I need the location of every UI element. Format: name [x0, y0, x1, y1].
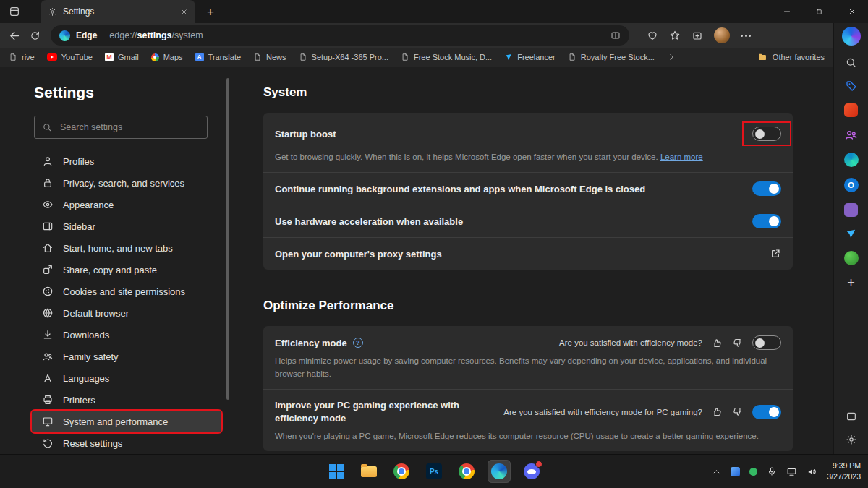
browser-tab-settings[interactable]: Settings — [41, 0, 195, 23]
outlook-icon[interactable]: O — [844, 178, 859, 192]
profile-avatar[interactable] — [714, 27, 730, 43]
back-icon[interactable] — [9, 30, 21, 42]
external-link-icon[interactable] — [770, 248, 781, 260]
tray-status-icon[interactable] — [749, 468, 757, 476]
games-icon[interactable] — [844, 153, 859, 167]
browser-essentials-icon[interactable] — [647, 30, 658, 41]
thumbs-down-icon[interactable] — [732, 338, 743, 348]
more-menu-icon[interactable] — [741, 35, 751, 37]
efficiency-mode-toggle[interactable] — [752, 335, 781, 350]
split-screen-icon[interactable] — [610, 30, 621, 40]
discord-button[interactable] — [520, 460, 543, 483]
search-input[interactable] — [59, 121, 200, 133]
sidebar-search-icon[interactable] — [845, 56, 857, 69]
sidebar-item-reset-settings[interactable]: Reset settings — [32, 432, 221, 454]
favorite-item[interactable]: Setup-X64 -365 Pro... — [299, 53, 388, 61]
favorite-item[interactable]: News — [253, 53, 286, 61]
drop-icon[interactable] — [845, 228, 857, 240]
start-button[interactable] — [325, 460, 348, 483]
thumbs-up-icon[interactable] — [712, 406, 723, 417]
other-favorites-button[interactable]: Other favorites — [752, 52, 825, 62]
favorite-item[interactable]: Maps — [151, 53, 183, 61]
share-icon — [42, 264, 54, 275]
tools-icon[interactable] — [844, 103, 858, 117]
edge-button-active[interactable] — [488, 460, 511, 483]
collections-icon[interactable] — [692, 30, 703, 41]
background-apps-toggle[interactable] — [752, 181, 781, 196]
sidebar-item-default-browser[interactable]: Default browser — [32, 302, 221, 324]
new-tab-button[interactable]: + — [207, 6, 214, 18]
favorite-item[interactable]: YouTube — [47, 53, 93, 61]
tray-blue-app-icon[interactable] — [731, 467, 740, 476]
url-text: edge://settings/system — [109, 30, 203, 40]
planner-icon[interactable] — [844, 203, 858, 217]
sidebar-item-profiles[interactable]: Profiles — [32, 150, 221, 172]
settings-nav-list: Profiles Privacy, search, and services A… — [32, 150, 221, 454]
hardware-acceleration-toggle[interactable] — [752, 214, 781, 228]
startup-boost-toggle[interactable] — [752, 127, 781, 141]
address-bar[interactable]: Edge edge://settings/system — [51, 25, 629, 46]
thumbs-up-icon[interactable] — [712, 338, 723, 348]
sidebar-item-privacy[interactable]: Privacy, search, and services — [32, 172, 221, 194]
page-favicon-icon — [253, 53, 262, 61]
close-button[interactable] — [835, 0, 868, 23]
tray-display-icon[interactable] — [786, 466, 797, 477]
add-sidebar-app-icon[interactable]: + — [847, 276, 855, 289]
learn-more-link[interactable]: Learn more — [660, 153, 703, 161]
help-icon[interactable]: ? — [353, 338, 363, 348]
shopping-icon[interactable] — [845, 80, 858, 93]
sidebar-item-system-performance[interactable]: System and performance — [32, 411, 221, 432]
tray-microphone-icon[interactable] — [767, 466, 777, 476]
customize-sidebar-icon[interactable] — [846, 411, 857, 422]
maximize-button[interactable] — [803, 0, 835, 23]
tray-volume-icon[interactable] — [807, 466, 817, 477]
favorite-label: News — [266, 53, 286, 61]
edge-sidebar: O + — [833, 23, 868, 454]
sidebar-scrollbar[interactable] — [226, 78, 229, 400]
chrome-button[interactable] — [390, 460, 413, 483]
favorite-item[interactable]: Free Stock Music, D... — [401, 53, 492, 61]
favorites-overflow-chevron-icon[interactable] — [667, 53, 676, 61]
sidebar-item-family-safety[interactable]: Family safety — [32, 346, 221, 367]
taskbar-clock[interactable]: 9:39 PM 3/27/2023 — [827, 461, 861, 482]
favorites-icon[interactable] — [669, 30, 681, 41]
favorite-item[interactable]: ATranslate — [195, 53, 241, 61]
favorite-item[interactable]: MGmail — [105, 53, 139, 61]
page-favicon-icon — [568, 53, 576, 61]
file-explorer-button[interactable] — [357, 460, 380, 483]
favorite-item[interactable]: Freelancer — [504, 53, 556, 61]
people-icon[interactable] — [844, 128, 858, 142]
printer-icon — [42, 394, 54, 406]
minimize-button[interactable] — [770, 0, 803, 23]
sidebar-item-languages[interactable]: Languages — [32, 367, 221, 389]
thumbs-down-icon[interactable] — [732, 406, 743, 417]
tree-icon[interactable] — [844, 251, 859, 265]
tab-workspaces-icon[interactable] — [9, 6, 20, 17]
sidebar-item-downloads[interactable]: Downloads — [32, 324, 221, 346]
sidebar-item-printers[interactable]: Printers — [32, 389, 221, 411]
proxy-settings-label: Open your computer's proxy settings — [275, 249, 442, 260]
photoshop-button[interactable]: Ps — [422, 460, 446, 483]
gaming-feedback-question: Are you satisfied with efficiency mode f… — [503, 408, 702, 416]
sidebar-item-start-home-tabs[interactable]: Start, home, and new tabs — [32, 237, 221, 259]
settings-search-box[interactable] — [34, 116, 208, 139]
gaming-efficiency-row: Improve your PC gaming experience with e… — [263, 390, 793, 452]
favorite-item[interactable]: rive — [9, 53, 35, 61]
gaming-efficiency-label: Improve your PC gaming experience with e… — [275, 399, 485, 425]
refresh-icon[interactable] — [30, 30, 41, 41]
sidebar-item-share-copy-paste[interactable]: Share, copy and paste — [32, 259, 221, 281]
google-app-button[interactable] — [455, 460, 478, 483]
sidebar-bottom-group — [846, 411, 857, 445]
sidebar-settings-gear-icon[interactable] — [846, 434, 857, 445]
proxy-settings-row[interactable]: Open your computer's proxy settings — [263, 238, 793, 270]
favorite-item[interactable]: Royalty Free Stock... — [568, 53, 655, 61]
copilot-bing-icon[interactable] — [842, 27, 861, 46]
favorite-label: Freelancer — [517, 53, 556, 61]
sidebar-item-appearance[interactable]: Appearance — [32, 194, 221, 215]
address-bar-divider — [103, 30, 103, 41]
tray-chevron-up-icon[interactable] — [712, 467, 721, 476]
sidebar-item-sidebar[interactable]: Sidebar — [32, 215, 221, 237]
gaming-efficiency-toggle[interactable] — [752, 405, 781, 419]
tab-close-icon[interactable] — [180, 8, 188, 16]
sidebar-item-cookies[interactable]: Cookies and site permissions — [32, 281, 221, 302]
